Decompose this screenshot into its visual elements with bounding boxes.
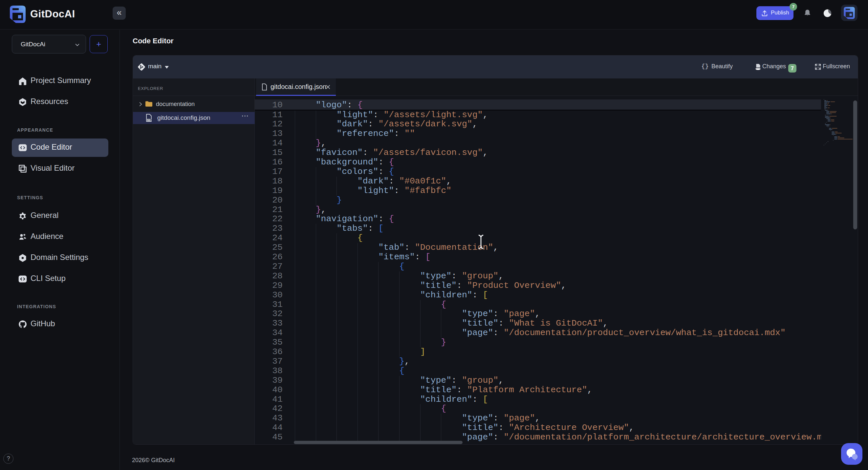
svg-text:JSON: JSON bbox=[147, 119, 152, 121]
